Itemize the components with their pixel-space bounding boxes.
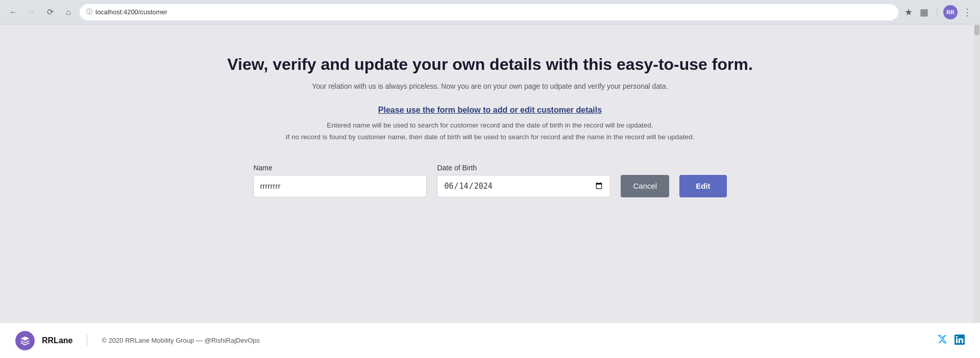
footer-divider (87, 335, 87, 347)
dob-field-group: Date of Birth (437, 164, 610, 197)
layers-icon (20, 336, 30, 346)
page-content: View, verify and update your own details… (0, 24, 980, 322)
dob-label: Date of Birth (437, 164, 610, 172)
sub-title: Your relation with us is always priceles… (312, 82, 668, 90)
separator: | (934, 5, 940, 19)
name-input[interactable] (253, 175, 427, 197)
name-label: Name (253, 164, 427, 172)
address-bar[interactable]: ⓘ localhost:4200/customer (80, 4, 898, 20)
footer-brand: RRLane (42, 336, 72, 345)
home-button[interactable]: ⌂ (61, 5, 76, 19)
reload-button[interactable]: ⟳ (43, 5, 57, 19)
browser-chrome: ← → ⟳ ⌂ ⓘ localhost:4200/customer ★ ▦ | … (0, 0, 980, 24)
edit-button[interactable]: Edit (679, 175, 726, 197)
footer-left: RRLane © 2020 RRLane Mobility Group — @R… (15, 331, 937, 350)
info-text: Entered name will be used to search for … (286, 120, 695, 143)
customer-form: Name Date of Birth Cancel Edit (253, 164, 726, 197)
url-text: localhost:4200/customer (95, 8, 167, 16)
cancel-button[interactable]: Cancel (621, 175, 669, 197)
bookmark-icon[interactable]: ★ (902, 5, 915, 20)
back-button[interactable]: ← (6, 5, 20, 19)
lock-icon: ⓘ (86, 8, 92, 16)
name-field-group: Name (253, 164, 427, 197)
linkedin-link[interactable] (954, 335, 965, 347)
section-heading: Please use the form below to add or edit… (378, 106, 602, 115)
browser-actions: ★ ▦ | RR ⋮ (902, 5, 974, 20)
footer: RRLane © 2020 RRLane Mobility Group — @R… (0, 322, 980, 358)
forward-button[interactable]: → (24, 5, 39, 19)
user-avatar[interactable]: RR (943, 5, 958, 19)
menu-icon[interactable]: ⋮ (961, 5, 974, 20)
footer-logo (15, 331, 35, 350)
info-line2: If no record is found by customer name, … (286, 132, 695, 143)
dob-input[interactable] (437, 175, 610, 197)
twitter-link[interactable] (937, 334, 947, 347)
scrollbar[interactable] (974, 24, 980, 322)
main-title: View, verify and update your own details… (227, 55, 753, 74)
footer-copyright: © 2020 RRLane Mobility Group — @RishiRaj… (102, 337, 260, 344)
footer-right (937, 334, 965, 347)
extensions-icon[interactable]: ▦ (918, 5, 930, 20)
scrollbar-thumb (974, 25, 979, 35)
info-line1: Entered name will be used to search for … (286, 120, 695, 132)
